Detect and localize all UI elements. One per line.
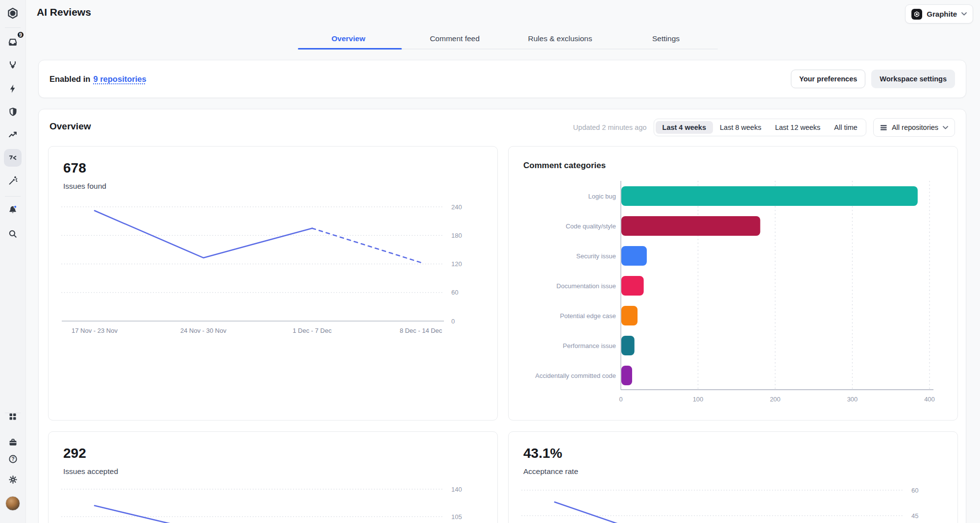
svg-text:Documentation issue: Documentation issue: [557, 282, 616, 290]
apps-grid-icon[interactable]: [4, 408, 22, 425]
lightning-icon[interactable]: [4, 80, 22, 98]
svg-text:120: 120: [451, 260, 462, 268]
repo-rows-icon: [880, 124, 887, 131]
inbox-badge: 9: [17, 31, 24, 39]
svg-text:0: 0: [619, 396, 622, 403]
repository-filter-dropdown[interactable]: All repositories: [873, 118, 955, 137]
wand-icon[interactable]: [4, 172, 22, 190]
enabled-banner: Enabled in 9 repositories Your preferenc…: [38, 60, 966, 98]
graphite-logo-icon[interactable]: [4, 4, 22, 22]
comment-categories-bar-chart: 0100200300400Logic bugCode quality/style…: [509, 147, 958, 421]
help-icon[interactable]: ?: [4, 450, 22, 468]
svg-text:180: 180: [451, 232, 462, 239]
range-last-8-weeks[interactable]: Last 8 weeks: [713, 121, 768, 134]
svg-text:1 Dec - 7 Dec: 1 Dec - 7 Dec: [293, 327, 332, 334]
svg-text:Performance issue: Performance issue: [563, 342, 616, 349]
issues-found-line-chart: 24018012060017 Nov - 23 Nov24 Nov - 30 N…: [49, 147, 498, 421]
tab-rules-exclusions[interactable]: Rules & exclusions: [528, 32, 592, 45]
svg-text:105: 105: [451, 513, 462, 521]
page-title: AI Reviews: [37, 6, 91, 18]
shield-icon[interactable]: [4, 103, 22, 121]
sidebar-divider: [5, 27, 21, 28]
chevron-down-icon: [961, 12, 967, 16]
svg-text:Potential edge case: Potential edge case: [560, 312, 616, 320]
tab-overview[interactable]: Overview: [332, 32, 366, 45]
svg-text:240: 240: [451, 203, 462, 211]
bell-icon[interactable]: [4, 201, 22, 219]
inbox-icon[interactable]: 9: [4, 33, 22, 51]
search-icon[interactable]: [4, 225, 22, 243]
comment-categories-card: Comment categories 0100200300400Logic bu…: [508, 146, 958, 421]
issues-accepted-line-chart: 140105: [49, 432, 498, 523]
user-avatar[interactable]: [4, 495, 22, 512]
chevron-down-icon: [943, 126, 948, 129]
svg-text:17 Nov - 23 Nov: 17 Nov - 23 Nov: [72, 327, 118, 334]
acceptance-rate-card: 43.1% Acceptance rate 6045: [508, 431, 958, 523]
svg-text:45: 45: [911, 512, 918, 520]
time-range-segmented-control: Last 4 weeks Last 8 weeks Last 12 weeks …: [654, 119, 866, 136]
briefcase-icon[interactable]: [4, 433, 22, 451]
tab-bar: Overview Comment feed Rules & exclusions…: [298, 0, 718, 50]
svg-text:Security issue: Security issue: [576, 252, 616, 260]
sidebar: 9: [0, 0, 26, 523]
svg-text:24 Nov - 30 Nov: 24 Nov - 30 Nov: [180, 327, 226, 334]
svg-text:400: 400: [924, 396, 935, 403]
workspace-switcher-button[interactable]: Graphite: [905, 4, 973, 24]
your-preferences-button[interactable]: Your preferences: [791, 70, 865, 88]
ai-reviews-page: 9: [0, 0, 980, 523]
graphite-mini-logo-icon: [911, 9, 922, 20]
tab-settings[interactable]: Settings: [652, 32, 680, 45]
range-last-4-weeks[interactable]: Last 4 weeks: [656, 121, 713, 134]
svg-text:8 Dec - 14 Dec: 8 Dec - 14 Dec: [400, 327, 442, 334]
svg-text:60: 60: [911, 487, 918, 494]
tab-comment-feed[interactable]: Comment feed: [430, 32, 480, 45]
insights-icon[interactable]: [4, 125, 22, 143]
gear-icon[interactable]: [4, 471, 22, 488]
svg-text:Code quality/style: Code quality/style: [565, 223, 616, 230]
sidebar-divider: [5, 196, 21, 197]
acceptance-rate-line-chart: 6045: [509, 432, 958, 523]
svg-text:140: 140: [451, 486, 462, 493]
overview-controls: Updated 2 minutes ago Last 4 weeks Last …: [573, 119, 955, 136]
svg-text:300: 300: [847, 396, 858, 403]
enabled-text: Enabled in: [49, 75, 90, 84]
svg-text:100: 100: [693, 396, 704, 403]
repo-filter-value: All repositories: [892, 124, 938, 131]
workspace-settings-button[interactable]: Workspace settings: [871, 70, 955, 88]
svg-text:0: 0: [451, 318, 455, 325]
ai-reviews-icon[interactable]: [4, 149, 22, 167]
svg-text:60: 60: [451, 289, 458, 296]
updated-timestamp: Updated 2 minutes ago: [573, 124, 647, 131]
range-last-12-weeks[interactable]: Last 12 weeks: [768, 121, 828, 134]
svg-text:200: 200: [770, 396, 781, 403]
banner-actions: Your preferences Workspace settings: [791, 70, 955, 88]
range-all-time[interactable]: All time: [827, 121, 864, 134]
svg-text:Accidentally committed code: Accidentally committed code: [535, 372, 616, 379]
svg-text:Logic bug: Logic bug: [588, 193, 616, 200]
active-tab-underline: [298, 48, 402, 50]
workspace-name: Graphite: [927, 10, 957, 18]
svg-text:?: ?: [11, 456, 14, 462]
overview-heading: Overview: [49, 121, 91, 132]
issues-accepted-card: 292 Issues accepted 140105: [48, 431, 498, 523]
issues-found-card: 678 Issues found 24018012060017 Nov - 23…: [48, 146, 498, 421]
merge-icon[interactable]: [4, 56, 22, 74]
repositories-link[interactable]: 9 repositories: [93, 75, 146, 84]
